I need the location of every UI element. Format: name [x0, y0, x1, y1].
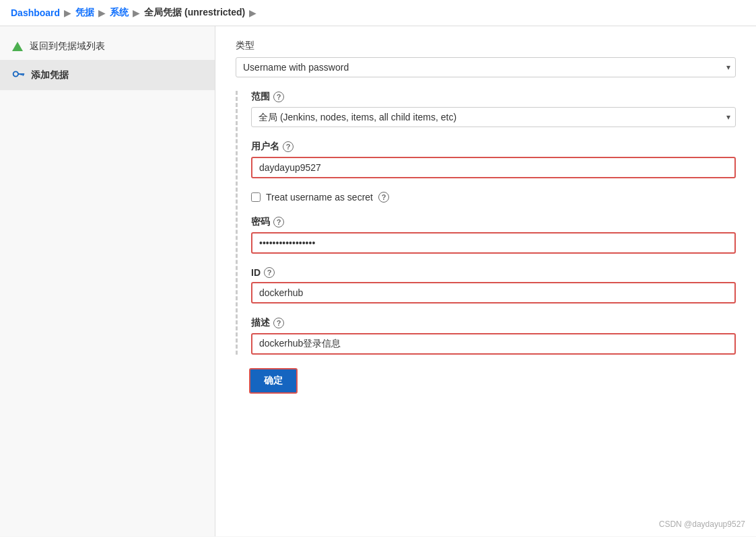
- username-help-icon[interactable]: ?: [283, 141, 294, 152]
- breadcrumb-dashboard[interactable]: Dashboard: [11, 7, 60, 18]
- sidebar-back-label: 返回到凭据域列表: [30, 40, 105, 52]
- username-field-group: 用户名 ?: [251, 141, 736, 178]
- id-field-group: ID ?: [251, 267, 736, 303]
- password-field-group: 密码 ?: [251, 216, 736, 254]
- sidebar-item-back[interactable]: 返回到凭据域列表: [0, 33, 215, 60]
- sidebar-item-add[interactable]: 添加凭据: [0, 60, 215, 90]
- description-field-group: 描述 ?: [251, 317, 736, 355]
- sidebar: 返回到凭据域列表 添加凭据: [0, 26, 215, 536]
- scope-select[interactable]: 全局 (Jenkins, nodes, items, all child ite…: [251, 107, 736, 127]
- breadcrumb-credentials[interactable]: 凭据: [75, 7, 94, 19]
- scope-help-icon[interactable]: ?: [273, 92, 284, 102]
- username-input[interactable]: [251, 157, 736, 178]
- watermark: CSDN @daydayup9527: [659, 520, 745, 529]
- password-input[interactable]: [251, 232, 736, 254]
- breadcrumb-sep-2: ▶: [98, 7, 106, 18]
- description-help-icon[interactable]: ?: [273, 318, 284, 328]
- type-select-wrapper: Username with passwordSSH Username with …: [236, 57, 736, 77]
- id-help-icon[interactable]: ?: [264, 267, 275, 278]
- breadcrumb-sep-3: ▶: [133, 7, 140, 18]
- breadcrumb-sep-4: ▶: [249, 7, 256, 18]
- id-input[interactable]: [251, 282, 736, 303]
- form-section: 范围 ? 全局 (Jenkins, nodes, items, all chil…: [236, 91, 736, 355]
- submit-area: 确定: [236, 368, 736, 394]
- breadcrumb: Dashboard ▶ 凭据 ▶ 系统 ▶ 全局凭据 (unrestricted…: [0, 0, 756, 26]
- breadcrumb-global: 全局凭据 (unrestricted): [144, 7, 245, 19]
- scope-field-group: 范围 ? 全局 (Jenkins, nodes, items, all chil…: [251, 91, 736, 127]
- treat-secret-label: Treat username as secret: [266, 192, 373, 203]
- scope-select-wrapper: 全局 (Jenkins, nodes, items, all child ite…: [251, 107, 736, 127]
- type-select[interactable]: Username with passwordSSH Username with …: [236, 57, 736, 77]
- type-field-group: 类型 Username with passwordSSH Username wi…: [236, 40, 736, 77]
- sidebar-add-label: 添加凭据: [31, 69, 69, 81]
- breadcrumb-system[interactable]: 系统: [110, 7, 129, 19]
- password-help-icon[interactable]: ?: [273, 217, 284, 227]
- arrow-up-icon: [11, 40, 24, 53]
- main-content: 类型 Username with passwordSSH Username wi…: [215, 26, 756, 536]
- treat-secret-help-icon[interactable]: ?: [378, 192, 389, 203]
- treat-secret-row: Treat username as secret ?: [251, 192, 736, 203]
- breadcrumb-sep-1: ▶: [64, 7, 71, 18]
- username-label: 用户名 ?: [251, 141, 736, 153]
- svg-point-0: [13, 71, 18, 76]
- id-label: ID ?: [251, 267, 736, 278]
- type-label: 类型: [236, 40, 736, 52]
- treat-secret-checkbox[interactable]: [251, 192, 261, 202]
- submit-button[interactable]: 确定: [249, 368, 298, 394]
- description-label: 描述 ?: [251, 317, 736, 329]
- scope-label: 范围 ?: [251, 91, 736, 103]
- password-label: 密码 ?: [251, 216, 736, 228]
- key-icon: [11, 67, 26, 83]
- description-input[interactable]: [251, 333, 736, 355]
